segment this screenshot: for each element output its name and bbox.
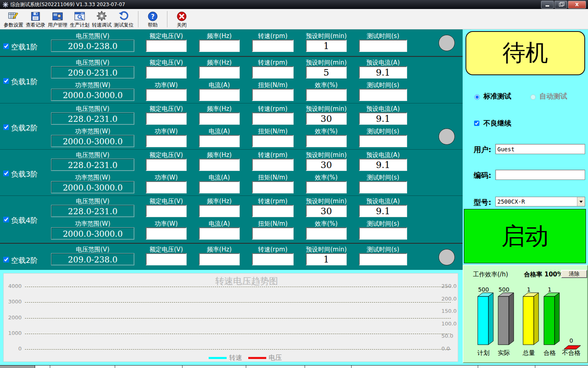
frequency-input[interactable] xyxy=(199,205,240,217)
rated-voltage-input[interactable] xyxy=(146,205,187,217)
efficiency-input[interactable] xyxy=(306,89,347,101)
toolbar-users-button[interactable]: 用户管理 xyxy=(47,10,69,29)
code-input[interactable] xyxy=(495,170,585,180)
test-time-input[interactable] xyxy=(359,181,407,193)
frequency-input[interactable] xyxy=(199,112,240,125)
toolbar-settings-button[interactable]: 参数设置 xyxy=(2,10,24,29)
voltage-range-display: 209.0-231.0 xyxy=(51,66,134,79)
current-input[interactable] xyxy=(199,135,240,147)
torque-input[interactable] xyxy=(252,135,294,147)
start-button[interactable]: 启动 xyxy=(464,209,586,263)
column-header: 测试时间(s) xyxy=(359,82,407,88)
test-time-input[interactable] xyxy=(359,227,407,240)
speed-gear-icon xyxy=(96,10,107,21)
model-select-arrow-button[interactable] xyxy=(577,197,585,206)
legend-swatch-speed xyxy=(209,357,227,359)
preset-current-input[interactable] xyxy=(359,205,407,217)
frequency-input[interactable] xyxy=(199,40,240,52)
rated-voltage-input[interactable] xyxy=(146,253,187,265)
model-select[interactable]: 2500CX-R xyxy=(495,197,585,206)
column-header: 功率(W) xyxy=(146,174,187,181)
preset-current-input[interactable] xyxy=(359,112,407,125)
frequency-input[interactable] xyxy=(199,253,240,265)
clear-button[interactable]: 清除 xyxy=(561,270,587,278)
frequency-input[interactable] xyxy=(199,159,240,171)
stage-enable-checkbox[interactable] xyxy=(3,124,9,130)
efficiency-input[interactable] xyxy=(306,135,347,147)
toolbar-plan-button[interactable]: 生产计划 xyxy=(69,10,91,29)
user-input[interactable] xyxy=(495,144,585,154)
power-input[interactable] xyxy=(146,181,187,193)
column-header: 测试时间(s) xyxy=(359,220,407,227)
close-button[interactable]: X xyxy=(568,1,586,9)
speed-input[interactable] xyxy=(252,205,294,217)
reset-undo-arrow-icon xyxy=(118,10,129,21)
stage-enable-checkbox[interactable] xyxy=(3,43,9,49)
column-header: 功率范围(W) xyxy=(51,82,134,88)
column-header: 额定电压(V) xyxy=(146,59,187,66)
speed-input[interactable] xyxy=(252,40,294,52)
test-time-input[interactable] xyxy=(359,40,407,52)
stage-label: 负载2阶 xyxy=(11,123,38,133)
current-input[interactable] xyxy=(199,89,240,101)
rated-voltage-input[interactable] xyxy=(146,66,187,79)
toolbar-help-button[interactable]: ? 帮助 xyxy=(142,10,164,29)
preset-current-input[interactable] xyxy=(359,159,407,171)
torque-input[interactable] xyxy=(252,89,294,101)
column-header: 电压范围(V) xyxy=(51,105,134,112)
test-time-input[interactable] xyxy=(359,135,407,147)
torque-input[interactable] xyxy=(252,227,294,240)
stage-enable-checkbox[interactable] xyxy=(3,257,9,263)
power-input[interactable] xyxy=(146,135,187,147)
current-input[interactable] xyxy=(199,181,240,193)
preset-time-input[interactable] xyxy=(306,66,347,79)
rated-voltage-input[interactable] xyxy=(146,112,187,125)
test-time-input[interactable] xyxy=(359,89,407,101)
efficiency-input[interactable] xyxy=(306,181,347,193)
preset-time-input[interactable] xyxy=(306,253,347,265)
preset-time-input[interactable] xyxy=(306,112,347,125)
work-rate-label: 工作效率(/h) xyxy=(473,271,508,278)
column-header: 扭矩(N/m) xyxy=(252,220,294,227)
toolbar-records-button[interactable]: 查看记录 xyxy=(24,10,47,29)
preset-time-input[interactable] xyxy=(306,40,347,52)
speed-input[interactable] xyxy=(252,159,294,171)
fail-continue-checkbox[interactable]: 不良继续 xyxy=(472,119,511,128)
power-input[interactable] xyxy=(146,227,187,240)
stage-enable-checkbox[interactable] xyxy=(3,78,9,84)
auto-test-radio[interactable]: 自动测试 xyxy=(528,92,567,101)
frequency-input[interactable] xyxy=(199,66,240,79)
standard-test-radio-input[interactable] xyxy=(474,94,480,100)
efficiency-input[interactable] xyxy=(306,227,347,240)
rated-voltage-input[interactable] xyxy=(146,159,187,171)
window-title: 综合测试系统(S202211069) V1.3.33 2023-07-07 xyxy=(10,1,125,8)
test-mode-group: 标准测试 自动测试 xyxy=(472,92,583,101)
stage-label: 空载2阶 xyxy=(11,256,38,265)
speed-input[interactable] xyxy=(252,66,294,79)
test-time-input[interactable] xyxy=(359,253,407,265)
app-snowflake-icon xyxy=(2,1,9,8)
standard-test-radio[interactable]: 标准测试 xyxy=(472,92,511,101)
left-axis-tick: 2000 xyxy=(4,314,22,321)
speed-input[interactable] xyxy=(252,112,294,125)
toolbar-speed-button[interactable]: 转速调试 xyxy=(91,10,113,29)
rated-voltage-input[interactable] xyxy=(146,40,187,52)
current-input[interactable] xyxy=(199,227,240,240)
minimize-button[interactable] xyxy=(541,1,554,9)
toolbar-close-button[interactable]: 关闭 xyxy=(171,10,193,29)
preset-time-input[interactable] xyxy=(306,205,347,217)
preset-time-input[interactable] xyxy=(306,159,347,171)
preset-current-input[interactable] xyxy=(359,66,407,79)
auto-test-radio-input[interactable] xyxy=(530,94,536,100)
bar-pass: 1 合格 xyxy=(543,286,559,357)
torque-input[interactable] xyxy=(252,181,294,193)
fail-continue-checkbox-input[interactable] xyxy=(474,121,479,126)
toolbar-reset-button[interactable]: 测试复位 xyxy=(113,10,135,29)
stage-enable-checkbox[interactable] xyxy=(3,217,9,222)
restore-button[interactable] xyxy=(555,1,567,9)
power-input[interactable] xyxy=(146,89,187,101)
gridline xyxy=(25,349,451,350)
speed-input[interactable] xyxy=(252,253,294,265)
toolbar-button-label: 生产计划 xyxy=(70,22,89,29)
stage-enable-checkbox[interactable] xyxy=(3,171,9,176)
